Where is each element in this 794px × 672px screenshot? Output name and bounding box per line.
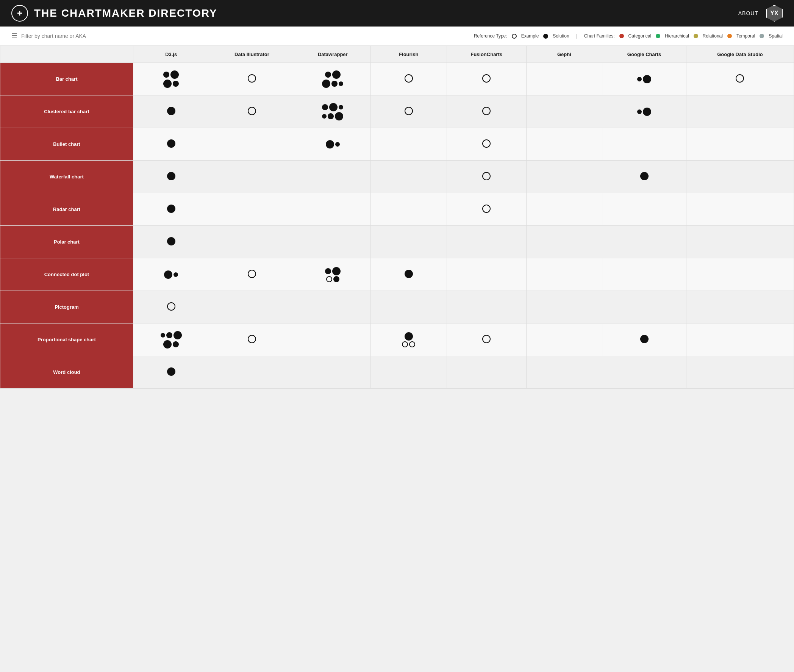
- table-row: Waterfall chart: [0, 161, 794, 193]
- table-row: Bullet chart: [0, 128, 794, 161]
- table-cell[interactable]: [209, 323, 295, 356]
- table-cell[interactable]: [602, 63, 687, 96]
- about-button[interactable]: ABOUT: [738, 10, 759, 16]
- hierarchical-label[interactable]: Hierarchical: [665, 34, 689, 38]
- table-cell[interactable]: [686, 63, 794, 96]
- row-label[interactable]: Clustered bar chart: [0, 96, 133, 128]
- table-cell[interactable]: [133, 356, 209, 389]
- table-cell: [602, 128, 687, 161]
- table-cell[interactable]: [133, 63, 209, 96]
- dot-open: [248, 74, 256, 83]
- app-title: THE CHARTMAKER DIRECTORY: [34, 7, 218, 19]
- table-cell: [209, 226, 295, 258]
- header-left: + THE CHARTMAKER DIRECTORY: [11, 5, 218, 22]
- filter-icon: ☰: [11, 32, 18, 40]
- table-cell: [371, 226, 447, 258]
- categorical-label[interactable]: Categorical: [629, 34, 652, 38]
- temporal-label[interactable]: Temporal: [736, 34, 755, 38]
- dot-filled-single: [167, 172, 175, 180]
- table-cell[interactable]: [209, 258, 295, 291]
- row-label[interactable]: Pictogram: [0, 291, 133, 323]
- dot-filled-single: [167, 368, 175, 376]
- dot-open: [482, 74, 491, 83]
- table-cell: [526, 356, 602, 389]
- col-header-datawrapper[interactable]: Datawrapper: [295, 46, 371, 63]
- logo-circle[interactable]: +: [11, 5, 28, 22]
- dot-filled-single: [640, 172, 648, 180]
- table-cell[interactable]: [209, 96, 295, 128]
- table-cell[interactable]: [447, 161, 526, 193]
- table-cell[interactable]: [371, 96, 447, 128]
- table-row: Radar chart: [0, 193, 794, 226]
- row-label[interactable]: Bullet chart: [0, 128, 133, 161]
- spatial-label[interactable]: Spatial: [768, 34, 783, 38]
- col-header-fusioncharts[interactable]: FusionCharts: [447, 46, 526, 63]
- col-header-google-charts[interactable]: Google Charts: [602, 46, 687, 63]
- table-cell[interactable]: [209, 63, 295, 96]
- row-label[interactable]: Bar chart: [0, 63, 133, 96]
- relational-label[interactable]: Relational: [703, 34, 723, 38]
- categorical-dot: [620, 34, 624, 38]
- row-label[interactable]: Proportional shape chart: [0, 323, 133, 356]
- table-cell[interactable]: [133, 96, 209, 128]
- table-cell[interactable]: [295, 63, 371, 96]
- table-cell: [526, 96, 602, 128]
- dot-filled-single: [405, 270, 413, 278]
- table-cell[interactable]: [371, 63, 447, 96]
- table-cell[interactable]: [447, 128, 526, 161]
- table-cell[interactable]: [295, 258, 371, 291]
- example-label[interactable]: Example: [521, 34, 539, 38]
- table-cell: [602, 258, 687, 291]
- table-cell: [209, 291, 295, 323]
- relational-dot: [694, 34, 698, 38]
- header: + THE CHARTMAKER DIRECTORY ABOUT YX: [0, 0, 794, 27]
- table-cell[interactable]: [447, 193, 526, 226]
- table-cell: [447, 258, 526, 291]
- table-cell[interactable]: [133, 258, 209, 291]
- table-cell[interactable]: [295, 128, 371, 161]
- table-cell[interactable]: [371, 323, 447, 356]
- table-cell: [526, 226, 602, 258]
- table-cell: [686, 291, 794, 323]
- table-cell[interactable]: [602, 161, 687, 193]
- table-cell[interactable]: [133, 128, 209, 161]
- dot-cluster: [605, 75, 684, 83]
- table-cell[interactable]: [447, 323, 526, 356]
- col-header-data-illustrator[interactable]: Data Illustrator: [209, 46, 295, 63]
- table-cell[interactable]: [133, 161, 209, 193]
- solution-label[interactable]: Solution: [553, 34, 569, 38]
- col-header-flourish[interactable]: Flourish: [371, 46, 447, 63]
- table-cell[interactable]: [133, 323, 209, 356]
- dot-cluster: [136, 70, 207, 88]
- col-header-d3js[interactable]: D3.js: [133, 46, 209, 63]
- table-cell: [526, 161, 602, 193]
- table-cell[interactable]: [133, 291, 209, 323]
- table-cell[interactable]: [371, 258, 447, 291]
- table-cell[interactable]: [602, 323, 687, 356]
- search-input[interactable]: [21, 32, 104, 40]
- logo-symbol: +: [17, 8, 22, 19]
- row-label[interactable]: Radar chart: [0, 193, 133, 226]
- dot-cluster: [605, 107, 684, 116]
- row-label[interactable]: Waterfall chart: [0, 161, 133, 193]
- row-label[interactable]: Polar chart: [0, 226, 133, 258]
- dot-open: [167, 302, 175, 310]
- badge-text: YX: [770, 10, 778, 17]
- table-cell: [686, 128, 794, 161]
- table-cell[interactable]: [295, 96, 371, 128]
- table-cell: [686, 161, 794, 193]
- dot-open: [736, 74, 744, 83]
- dot-filled-single: [167, 139, 175, 148]
- table-cell[interactable]: [133, 193, 209, 226]
- col-header-google-data-studio[interactable]: Google Data Studio: [686, 46, 794, 63]
- table-cell[interactable]: [447, 96, 526, 128]
- row-label[interactable]: Word cloud: [0, 356, 133, 389]
- table-cell: [295, 226, 371, 258]
- solution-dot: [543, 34, 548, 38]
- col-header-gephi[interactable]: Gephi: [526, 46, 602, 63]
- table-cell: [295, 356, 371, 389]
- row-label[interactable]: Connected dot plot: [0, 258, 133, 291]
- table-cell[interactable]: [133, 226, 209, 258]
- table-cell[interactable]: [602, 96, 687, 128]
- table-cell[interactable]: [447, 63, 526, 96]
